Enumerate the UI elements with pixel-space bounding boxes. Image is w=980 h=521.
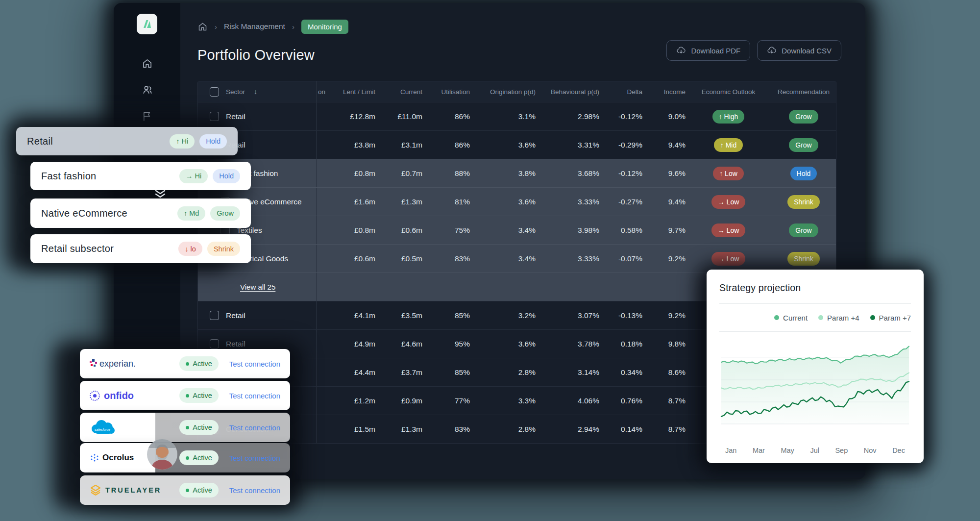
table-cell: £3.5m bbox=[375, 301, 422, 329]
table-cell: 3.68% bbox=[536, 159, 599, 187]
table-cell: 9.6% bbox=[642, 159, 686, 187]
integration-card[interactable]: TRUELAYERActiveTest connection bbox=[80, 475, 290, 505]
table-row[interactable]: Retail£3.8m£3.1m86%3.6%3.31%-0.29%9.4%↑ … bbox=[198, 130, 836, 159]
table-row[interactable]: Retail£12.8m£11.0m86%3.1%2.98%-0.12%9.0%… bbox=[198, 102, 836, 130]
status-active-pill: Active bbox=[179, 388, 219, 403]
column-header-on[interactable]: on bbox=[317, 81, 336, 102]
status-dot-icon bbox=[186, 394, 189, 397]
cloud-download-icon bbox=[767, 46, 777, 55]
column-header-current[interactable]: Current bbox=[375, 81, 422, 102]
breadcrumb-current-badge[interactable]: Monitoring bbox=[301, 20, 348, 34]
table-cell: 86% bbox=[422, 102, 470, 130]
status-badge: Grow bbox=[789, 138, 818, 152]
double-chevron-down-icon[interactable] bbox=[155, 190, 166, 200]
table-cell: 9.2% bbox=[642, 301, 686, 329]
recommendation-pill: Hold bbox=[199, 134, 227, 149]
status-active-pill: Active bbox=[179, 483, 219, 497]
status-badge: ↑ Mid bbox=[714, 138, 743, 152]
sidebar-item-home[interactable] bbox=[137, 53, 157, 74]
sector-card[interactable]: Native eCommerce↑ MdGrow bbox=[30, 198, 251, 228]
table-cell: £0.5m bbox=[375, 245, 422, 273]
column-header-sector[interactable]: Sector↓ bbox=[198, 81, 317, 102]
table-cell: 83% bbox=[422, 415, 470, 443]
table-row[interactable]: Textiles£0.8m£0.6m75%3.4%3.98%0.58%9.7%→… bbox=[198, 216, 836, 244]
table-cell: £1.3m bbox=[375, 188, 422, 216]
table-cell: 3.3% bbox=[470, 387, 536, 415]
logo-icon bbox=[141, 18, 153, 30]
sector-name: Retail bbox=[226, 311, 245, 320]
x-tick-label: Nov bbox=[864, 447, 877, 454]
onfido-logo-icon bbox=[90, 391, 100, 401]
table-cell: 75% bbox=[422, 216, 470, 244]
test-connection-link[interactable]: Test connection bbox=[229, 423, 280, 432]
column-header-income[interactable]: Income bbox=[642, 81, 686, 102]
table-cell: 86% bbox=[422, 131, 470, 159]
sector-card-name: Retail bbox=[27, 136, 53, 147]
table-cell: £1.3m bbox=[375, 415, 422, 443]
table-cell: £1.6m bbox=[336, 188, 375, 216]
column-header-delta[interactable]: Delta bbox=[599, 81, 642, 102]
avatar bbox=[147, 439, 177, 470]
test-connection-link[interactable]: Test connection bbox=[229, 454, 280, 462]
sector-card[interactable]: Fast fashion→ HiHold bbox=[30, 162, 251, 190]
table-cell: £1.5m bbox=[336, 415, 375, 443]
table-cell: £1.2m bbox=[336, 387, 375, 415]
sort-desc-icon: ↓ bbox=[254, 88, 257, 96]
table-cell: 8.6% bbox=[642, 358, 686, 386]
table-row[interactable]: Native eCommerce£1.6m£1.3m81%3.6%3.33%-0… bbox=[198, 187, 836, 216]
integration-name: experian. bbox=[99, 359, 136, 369]
column-header-behavioural-p-d[interactable]: Behavioural p(d) bbox=[536, 81, 599, 102]
table-cell: 3.4% bbox=[470, 245, 536, 273]
column-header-economic-outlook[interactable]: Economic Outlook bbox=[686, 81, 771, 102]
chart-legend: CurrentParam +4Param +7 bbox=[719, 304, 911, 332]
outlook-pill: ↑ Hi bbox=[170, 134, 195, 149]
legend-dot-icon bbox=[818, 315, 823, 320]
legend-item: Param +7 bbox=[870, 314, 911, 322]
integration-card[interactable]: OcrolusActiveTest connection bbox=[80, 443, 290, 472]
table-cell: 3.07% bbox=[536, 301, 599, 329]
column-header-recommendation[interactable]: Recommendation bbox=[771, 81, 836, 102]
table-cell: 88% bbox=[422, 159, 470, 187]
ocrolus-logo-icon bbox=[90, 453, 99, 463]
download-csv-button[interactable]: Download CSV bbox=[757, 40, 841, 61]
view-all-link[interactable]: View all 25 bbox=[240, 283, 275, 291]
integration-card[interactable]: salesforceActiveTest connection bbox=[80, 413, 290, 442]
sidebar-item-users[interactable] bbox=[137, 79, 157, 100]
row-checkbox[interactable] bbox=[210, 311, 219, 320]
breadcrumb-section[interactable]: Risk Management bbox=[224, 22, 285, 31]
table-cell: -0.13% bbox=[599, 301, 642, 329]
status-badge: → Low bbox=[711, 195, 746, 209]
status-badge: ↑ Low bbox=[713, 167, 744, 180]
table-cell: -0.29% bbox=[599, 131, 642, 159]
table-cell: 81% bbox=[422, 188, 470, 216]
breadcrumb-home-icon[interactable] bbox=[197, 22, 208, 32]
table-cell: £4.9m bbox=[336, 330, 375, 358]
test-connection-link[interactable]: Test connection bbox=[229, 360, 280, 368]
table-cell: £0.6m bbox=[336, 245, 375, 273]
sector-card[interactable]: Retail↑ HiHold bbox=[16, 127, 238, 155]
integration-card[interactable]: experian.ActiveTest connection bbox=[80, 349, 290, 378]
column-header-lent-limit[interactable]: Lent / Limit bbox=[336, 81, 375, 102]
app-logo[interactable] bbox=[137, 14, 157, 34]
table-row[interactable]: Fast fashion£0.8m£0.7m88%3.8%3.68%-0.12%… bbox=[198, 159, 836, 187]
integration-card[interactable]: onfidoActiveTest connection bbox=[80, 381, 290, 410]
column-header-origination-p-d[interactable]: Origination p(d) bbox=[470, 81, 536, 102]
table-cell: £0.8m bbox=[336, 216, 375, 244]
test-connection-link[interactable]: Test connection bbox=[229, 486, 280, 495]
table-cell: 0.34% bbox=[599, 358, 642, 386]
column-header-utilisation[interactable]: Utilisation bbox=[422, 81, 470, 102]
outlook-pill: ↑ Md bbox=[177, 206, 205, 221]
sector-card-name: Native eCommerce bbox=[41, 208, 127, 219]
status-badge: Shrink bbox=[787, 195, 820, 209]
table-cell: 3.4% bbox=[470, 216, 536, 244]
download-pdf-button[interactable]: Download PDF bbox=[666, 40, 750, 61]
table-cell: -0.12% bbox=[599, 102, 642, 130]
svg-text:salesforce: salesforce bbox=[95, 428, 110, 431]
table-cell: 85% bbox=[422, 358, 470, 386]
select-all-checkbox[interactable] bbox=[210, 87, 219, 97]
x-tick-label: Sep bbox=[835, 447, 848, 454]
legend-item: Param +4 bbox=[818, 314, 859, 322]
sector-card[interactable]: Retail subsector↓ loShrink bbox=[30, 234, 251, 263]
status-dot-icon bbox=[186, 456, 189, 460]
test-connection-link[interactable]: Test connection bbox=[229, 392, 280, 400]
